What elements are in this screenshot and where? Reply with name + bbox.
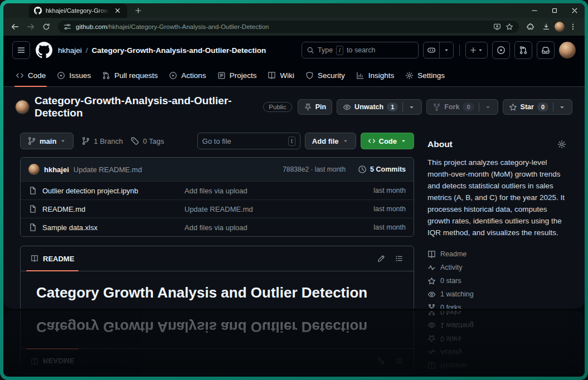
address-bar[interactable]: github.com/hkhajei/Category-Growth-Analy…	[58, 21, 519, 33]
fork-button[interactable]: Fork 0	[426, 99, 498, 115]
code-button[interactable]: Code	[361, 133, 415, 149]
star-menu-caret[interactable]	[553, 103, 566, 111]
star-button[interactable]: Star 0	[503, 99, 572, 115]
breadcrumb-owner[interactable]: hkhajei	[58, 46, 82, 55]
tags-link[interactable]: 0 Tags	[130, 137, 164, 145]
tab-settings[interactable]: Settings	[400, 65, 450, 86]
minimize-button[interactable]	[524, 3, 545, 18]
file-name-text: Sample data.xlsx	[42, 223, 98, 232]
file-browser: hkhajei Update README.md 78838e2 · last …	[20, 157, 414, 237]
browser-menu-button[interactable]	[566, 20, 580, 34]
book-icon	[31, 255, 38, 262]
add-file-button[interactable]: Add file	[305, 133, 356, 149]
pencil-icon	[377, 255, 385, 262]
file-row[interactable]: README.mdUpdate README.mdlast month	[21, 199, 414, 218]
pin-button[interactable]: Pin	[298, 99, 332, 115]
about-meta-1-watching[interactable]: 1 watching	[427, 288, 568, 301]
about-meta-label: 1 watching	[440, 290, 474, 298]
tab-pull-requests[interactable]: Pull requests	[96, 65, 163, 86]
global-search-input[interactable]: Type / to search	[302, 42, 419, 59]
goto-file-field[interactable]: t	[197, 133, 300, 149]
tab-issues[interactable]: Issues	[51, 65, 96, 86]
branches-link[interactable]: 1 Branch	[81, 137, 123, 145]
commit-message[interactable]: Update README.md	[74, 165, 274, 174]
chevron-down-icon	[558, 103, 566, 111]
edit-readme-button[interactable]	[373, 251, 389, 266]
inbox-button[interactable]	[537, 41, 555, 59]
close-window-button[interactable]	[565, 3, 585, 18]
file-name-link[interactable]: Sample data.xlsx	[28, 223, 184, 232]
visibility-badge: Public	[263, 102, 291, 112]
maximize-button[interactable]	[545, 3, 565, 18]
new-tab-button[interactable]	[132, 4, 145, 17]
tab-code[interactable]: Code	[10, 65, 51, 86]
copilot-icon	[427, 46, 436, 55]
about-meta-0-stars: 0 stars	[427, 332, 568, 345]
readme-card: README Category Growth Analysis and Outl…	[20, 246, 414, 309]
readme-outline-button[interactable]	[391, 251, 407, 266]
create-new-button[interactable]	[465, 42, 488, 59]
file-commit-message[interactable]: Add files via upload	[184, 223, 353, 232]
copilot-button[interactable]	[423, 42, 454, 59]
repo-owner-avatar[interactable]	[16, 100, 29, 114]
back-button[interactable]	[8, 20, 22, 34]
file-actions: t Add file Code	[197, 133, 414, 149]
reload-button[interactable]	[39, 20, 54, 34]
file-name-link[interactable]: README.md	[28, 204, 184, 213]
global-issues-button[interactable]	[492, 41, 510, 59]
file-name-link[interactable]: Outlier detection project.ipynb	[28, 186, 184, 195]
edit-about-button[interactable]	[556, 138, 568, 150]
header-actions: Type / to search	[302, 41, 576, 59]
tab-actions[interactable]: Actions	[163, 65, 211, 86]
sidebar: About This project analyzes category-lev…	[427, 311, 568, 377]
file-commit-message[interactable]: Update README.md	[184, 205, 353, 213]
commit-author[interactable]: hkhajei	[44, 165, 69, 174]
tab-wiki[interactable]: Wiki	[262, 65, 300, 86]
global-pull-requests-button[interactable]	[514, 41, 532, 59]
window-controls	[524, 3, 585, 18]
breadcrumb-repo[interactable]: Category-Growth-Analysis-and-Outlier-Det…	[92, 46, 266, 55]
browser-window: hkhajei/Category-Growth-Analysis-and-Out…	[0, 0, 588, 380]
about-meta-0-stars[interactable]: 0 stars	[427, 274, 568, 288]
file-row[interactable]: Outlier detection project.ipynbAdd files…	[21, 181, 414, 199]
issue-opened-icon	[497, 46, 506, 55]
global-menu-button[interactable]	[12, 41, 30, 59]
copilot-menu-caret[interactable]	[439, 42, 453, 58]
chevron-down-icon	[484, 103, 492, 111]
fork-icon	[427, 311, 436, 316]
gear-icon	[557, 140, 566, 149]
commit-author-avatar[interactable]	[28, 164, 40, 175]
readme-tab[interactable]: README	[21, 246, 84, 271]
watch-menu-caret[interactable]	[402, 103, 416, 111]
file-commit-time: last month	[353, 187, 406, 194]
puzzle-icon	[527, 23, 534, 31]
about-meta-readme[interactable]: Readme	[427, 247, 568, 261]
github-logo[interactable]	[36, 42, 52, 59]
commit-meta: 78838e2 · last month	[283, 165, 346, 173]
fork-menu-caret[interactable]	[479, 103, 492, 111]
about-meta-0-forks[interactable]: 0 forks	[427, 301, 568, 309]
watch-button[interactable]: Unwatch 1	[337, 99, 422, 115]
about-meta-activity[interactable]: Activity	[427, 261, 568, 274]
forward-button[interactable]	[23, 20, 38, 34]
tab-projects[interactable]: Projects	[212, 65, 263, 86]
branches-label: 1 Branch	[94, 137, 123, 145]
tab-insights[interactable]: Insights	[351, 65, 400, 86]
extensions-button[interactable]	[523, 20, 538, 34]
user-avatar[interactable]	[559, 42, 576, 59]
reload-icon	[42, 23, 50, 31]
repo-content: main 1 Branch 0 Tags	[3, 311, 585, 377]
tab-security[interactable]: Security	[300, 65, 351, 86]
file-commit-message[interactable]: Add files via upload	[184, 187, 353, 195]
goto-file-input[interactable]	[202, 137, 285, 145]
branch-selector-button[interactable]: main	[20, 133, 74, 149]
file-row[interactable]: Sample data.xlsxAdd files via uploadlast…	[21, 218, 414, 236]
tab-label: Security	[318, 71, 345, 80]
commit-history-link[interactable]: 5 Commits	[358, 165, 406, 174]
install-app-icon[interactable]	[493, 23, 501, 31]
browser-profile-avatar[interactable]	[555, 22, 565, 32]
downloads-button[interactable]	[539, 20, 553, 34]
browser-tab[interactable]: hkhajei/Category-Growth-Analysis-and-Out…	[29, 3, 127, 18]
bookmark-star-icon[interactable]	[506, 23, 513, 31]
tab-close-button[interactable]	[113, 6, 122, 15]
